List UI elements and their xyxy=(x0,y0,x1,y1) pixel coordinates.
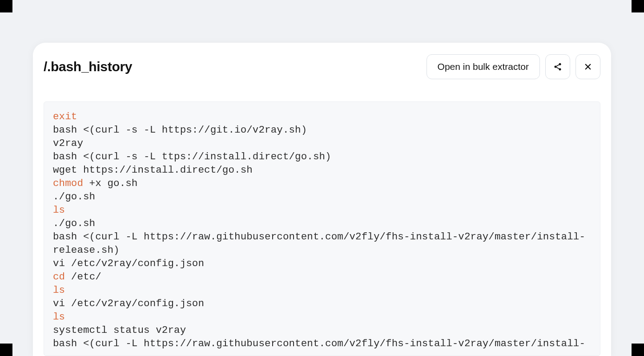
close-button[interactable] xyxy=(576,54,600,79)
corner-decoration xyxy=(632,344,644,356)
code-content[interactable]: exit bash <(curl -s -L https://git.io/v2… xyxy=(53,110,591,350)
file-path-title: /.bash_history xyxy=(44,59,132,74)
share-icon xyxy=(553,62,562,71)
header-actions: Open in bulk extractor xyxy=(427,54,600,79)
open-bulk-extractor-label: Open in bulk extractor xyxy=(438,61,529,72)
svg-point-0 xyxy=(559,63,561,65)
file-viewer-panel: /.bash_history Open in bulk extractor xyxy=(33,43,611,356)
svg-point-1 xyxy=(555,66,557,68)
share-button[interactable] xyxy=(545,54,570,79)
svg-point-2 xyxy=(559,68,561,70)
code-container: exit bash <(curl -s -L https://git.io/v2… xyxy=(44,101,600,356)
close-icon xyxy=(584,63,592,71)
open-bulk-extractor-button[interactable]: Open in bulk extractor xyxy=(427,54,540,79)
corner-decoration xyxy=(632,0,644,12)
corner-decoration xyxy=(0,344,12,356)
corner-decoration xyxy=(0,0,12,12)
panel-header: /.bash_history Open in bulk extractor xyxy=(33,43,611,80)
